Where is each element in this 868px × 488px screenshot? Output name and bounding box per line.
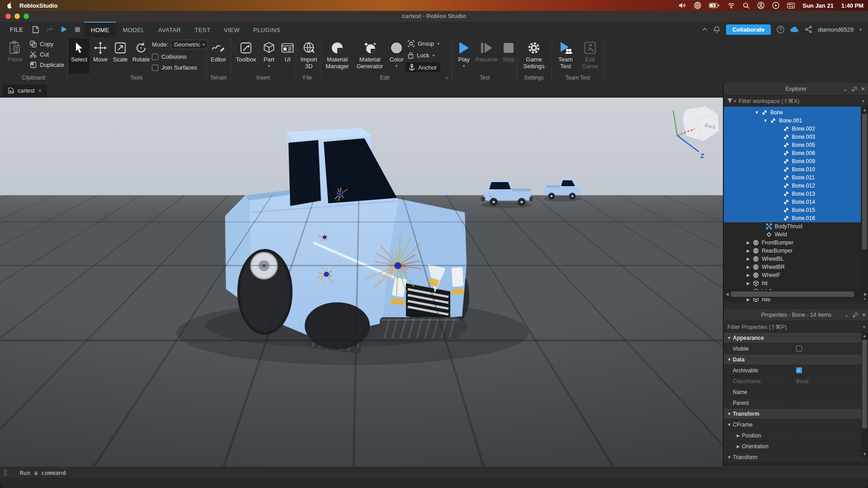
explorer-row-wheelbr[interactable]: ▶WheelBR — [724, 263, 868, 271]
menubar-date[interactable]: Sun Jan 21 — [802, 2, 834, 9]
tab-test[interactable]: TEST — [188, 22, 217, 37]
select-button[interactable]: Select — [69, 38, 90, 74]
chevron-right-icon[interactable]: ▶ — [733, 433, 742, 438]
paste-button[interactable]: Paste — [5, 38, 25, 74]
properties-section-data[interactable]: ▼Data — [724, 354, 861, 365]
play-button[interactable]: Play ▾ — [455, 38, 473, 74]
chevron-down-icon[interactable]: ▼ — [724, 422, 733, 427]
explorer-row-wheelf[interactable]: ▶WheelF — [724, 271, 868, 279]
stop-button[interactable]: Stop — [500, 38, 517, 74]
chevron-right-icon[interactable]: ▶ — [733, 444, 742, 449]
exit-game-button[interactable]: ExitGame — [580, 38, 600, 74]
property-row-transform[interactable]: ▼Transform — [724, 452, 861, 463]
search-icon[interactable] — [743, 2, 750, 9]
resume-button[interactable]: Resume — [475, 38, 498, 74]
chevron-right-icon[interactable]: ▶ — [745, 265, 752, 269]
explorer-close-icon[interactable]: ✕ — [861, 86, 865, 92]
property-row-classname[interactable]: ClassNameBone — [724, 376, 861, 387]
chevron-right-icon[interactable]: ▶ — [745, 257, 752, 261]
material-generator-button[interactable]: MaterialGenerator — [355, 38, 384, 74]
chevron-down-icon[interactable]: ▼ — [724, 455, 733, 460]
tab-view[interactable]: VIEW — [217, 22, 246, 37]
viewport-3d[interactable]: Back Z — [0, 98, 723, 466]
bell-icon[interactable] — [713, 26, 720, 33]
explorer-row-bodythrust[interactable]: BodyThrust — [724, 222, 868, 230]
explorer-row-bone-014[interactable]: Bone.014 — [724, 198, 868, 206]
part-button[interactable]: Part ▾ — [260, 38, 278, 74]
explorer-horizontal-scrollbar[interactable]: ◀ ▶ — [724, 290, 868, 298]
explorer-row-bone-013[interactable]: Bone.013 — [724, 190, 868, 198]
file-menu-button[interactable]: FILE — [6, 22, 27, 37]
join-surfaces-checkbox[interactable]: Join Surfaces — [152, 64, 197, 71]
play-circle-icon[interactable] — [772, 2, 779, 9]
filter-dropdown-icon[interactable]: ▾ — [862, 99, 864, 103]
tab-model[interactable]: MODEL — [116, 22, 151, 37]
username-label[interactable]: diamond6529 — [818, 26, 854, 33]
explorer-row-bone-001[interactable]: ▼Bone.001 — [724, 117, 868, 125]
explorer-row-bone-009[interactable]: Bone.009 — [724, 157, 868, 165]
apple-logo-icon[interactable] — [6, 2, 13, 9]
scale-button[interactable]: Scale — [111, 38, 129, 74]
command-bar-input[interactable]: Run a command — [0, 467, 868, 479]
property-row-orientation[interactable]: ▶Orientation — [724, 441, 861, 452]
explorer-row-hit[interactable]: ▶hit — [724, 279, 868, 287]
scroll-up-icon[interactable]: ▲ — [861, 333, 868, 339]
explorer-row-weld[interactable]: Weld — [724, 230, 868, 239]
duplicate-button[interactable]: Duplicate — [30, 61, 64, 68]
chevron-down-icon[interactable]: ▼ — [753, 110, 760, 115]
toolbox-button[interactable]: Toolbox — [234, 38, 258, 74]
wifi-icon[interactable] — [727, 3, 735, 9]
quick-play-icon[interactable] — [61, 26, 67, 33]
chevron-right-icon[interactable]: ▶ — [745, 273, 752, 277]
scroll-left-icon[interactable]: ◀ — [724, 291, 731, 297]
property-row-archivable[interactable]: Archivable✓ — [724, 365, 861, 376]
properties-dock-icon[interactable] — [853, 313, 858, 318]
group-button[interactable]: Group▾ — [408, 40, 439, 47]
explorer-row-frontbumper[interactable]: ▶FrontBumper — [724, 239, 868, 247]
ui-button[interactable]: UI — [279, 38, 296, 74]
properties-filter-input[interactable]: Filter Properties (⇧⌘P) ▾ — [724, 321, 868, 333]
collapse-ribbon-icon[interactable] — [702, 28, 708, 31]
color-button[interactable]: Color ▾ — [387, 38, 406, 74]
explorer-vertical-scrollbar[interactable]: ▲ ▼ — [861, 107, 868, 302]
chevron-down-icon[interactable]: ▼ — [762, 118, 769, 123]
chevron-down-icon[interactable]: ▼ — [724, 412, 733, 416]
property-value[interactable] — [793, 430, 861, 441]
menubar-app-name[interactable]: RobloxStudio — [19, 2, 58, 9]
chevron-down-icon[interactable]: ▼ — [724, 357, 733, 362]
edit-expand-icon[interactable]: ⊿ — [445, 75, 448, 80]
properties-vertical-scrollbar[interactable]: ▲ ▼ — [861, 333, 868, 457]
property-row-cframe[interactable]: ▼CFrame — [724, 419, 861, 430]
import-3d-button[interactable]: Import3D — [298, 38, 319, 74]
property-value[interactable] — [793, 398, 861, 408]
cloud-icon[interactable] — [790, 26, 799, 33]
property-value[interactable] — [793, 387, 861, 397]
menubar-clock[interactable]: 1:40 PM — [841, 2, 863, 9]
explorer-row-rearbumper[interactable]: ▶RearBumper — [724, 247, 868, 255]
chevron-right-icon[interactable]: ▶ — [745, 249, 752, 253]
explorer-row-bone-006[interactable]: Bone.006 — [724, 149, 868, 157]
quick-stop-icon[interactable] — [75, 27, 80, 33]
team-test-button[interactable]: TeamTest — [555, 38, 576, 74]
move-button[interactable]: Move — [91, 38, 109, 74]
explorer-dock-icon[interactable] — [852, 87, 857, 92]
explorer-collapse-icon[interactable]: ⌄ — [843, 86, 848, 92]
checkbox-unchecked-icon[interactable] — [796, 346, 802, 352]
close-tab-icon[interactable]: × — [38, 87, 42, 94]
collisions-checkbox[interactable]: Collisions — [152, 53, 187, 60]
explorer-row-bone[interactable]: ▼Bone — [724, 108, 868, 117]
anchor-button[interactable]: Anchor — [405, 62, 440, 72]
explorer-row-bone-015[interactable]: Bone.015 — [724, 206, 868, 214]
properties-close-icon[interactable]: ✕ — [862, 312, 866, 318]
drag-handle-icon[interactable] — [4, 469, 7, 476]
user-icon[interactable] — [757, 2, 764, 9]
explorer-filter-input[interactable]: ▾ Filter workspace (⇧⌘X) ▾ — [724, 95, 868, 107]
properties-filter-dropdown-icon[interactable]: ▾ — [863, 324, 865, 329]
material-manager-button[interactable]: MaterialManager — [324, 38, 351, 74]
property-row-name[interactable]: Name — [724, 387, 861, 398]
properties-section-transform[interactable]: ▼Transform — [724, 408, 861, 419]
game-settings-button[interactable]: GameSettings — [521, 38, 547, 74]
property-value[interactable] — [793, 419, 861, 430]
chevron-right-icon[interactable]: ▶ — [745, 240, 752, 245]
scroll-up-icon[interactable]: ▲ — [861, 107, 868, 113]
